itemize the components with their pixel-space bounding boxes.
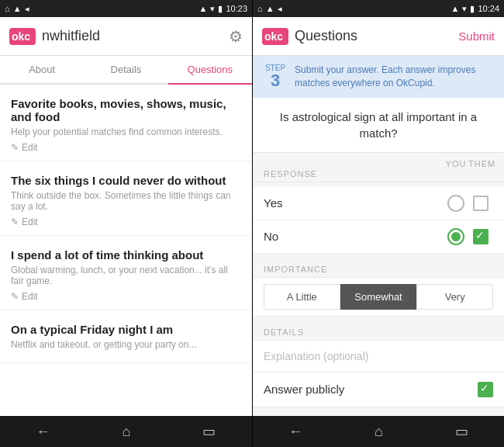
step-number-block: step 3 xyxy=(264,64,287,89)
details-section: DETAILS Explanation (optional) xyxy=(253,321,504,372)
importance-somewhat[interactable]: Somewhat xyxy=(340,284,417,310)
response-section: Yes No xyxy=(253,187,504,254)
answer-public-row: Answer publicly xyxy=(253,372,504,407)
right-home-button[interactable]: ⌂ xyxy=(375,424,383,440)
right-back-button[interactable]: ← xyxy=(288,424,302,440)
tab-details[interactable]: Details xyxy=(84,56,167,85)
answer-public-label: Answer publicly xyxy=(264,383,478,396)
section-six-subtitle: Think outside the box. Sometimes the lit… xyxy=(11,190,241,212)
recent-button[interactable]: ▭ xyxy=(202,423,216,440)
section-time-subtitle: Global warming, lunch, or your next vaca… xyxy=(11,265,241,286)
right-recent-button[interactable]: ▭ xyxy=(455,423,468,440)
left-signal-icon: ▲ xyxy=(199,4,208,13)
right-page-title: Questions xyxy=(288,17,458,56)
radio-yes-empty[interactable] xyxy=(447,195,464,212)
question-text: Is astrological sign at all important in… xyxy=(264,109,493,141)
response-no-them[interactable] xyxy=(468,229,493,244)
left-status-icons: ⌂ ▲ ◂ xyxy=(5,4,29,14)
svg-text:okc: okc xyxy=(12,30,30,43)
pencil-icon-2: ✎ xyxy=(11,217,19,227)
right-screen: ⌂ ▲ ◂ ▲ ▾ ▮ 10:24 okc Questions Submit s… xyxy=(252,0,504,447)
right-nav-bar: ← ⌂ ▭ xyxy=(253,416,504,447)
pencil-icon: ✎ xyxy=(11,142,19,153)
col-them-header: THEM xyxy=(468,159,493,168)
right-battery-icon: ▮ xyxy=(470,4,475,14)
right-location-icon: ◂ xyxy=(278,4,282,14)
section-favorite-title: Favorite books, movies, shows, music, an… xyxy=(11,97,241,123)
back-button[interactable]: ← xyxy=(36,424,50,440)
response-section-header: YOU THEM RESPONSE xyxy=(253,153,504,182)
answer-public-checkbox[interactable] xyxy=(478,382,493,397)
home-icon: ⌂ xyxy=(5,4,10,13)
response-label: RESPONSE xyxy=(264,169,317,178)
left-content: Favorite books, movies, shows, music, an… xyxy=(0,85,252,416)
tab-about[interactable]: About xyxy=(0,56,84,85)
right-content: step 3 Submit your answer. Each answer i… xyxy=(253,56,504,416)
section-six-title: The six things I could never do without xyxy=(11,174,241,187)
checkbox-yes-empty[interactable] xyxy=(473,196,488,211)
details-header: DETAILS xyxy=(253,321,504,341)
step-number: 3 xyxy=(271,72,280,89)
left-header: okc nwhitfield ⚙ xyxy=(0,17,252,56)
phone-icon: ▲ xyxy=(13,4,22,13)
response-yes-them[interactable] xyxy=(468,196,493,211)
tab-questions[interactable]: Questions xyxy=(168,56,252,85)
response-row-no: No xyxy=(253,220,504,254)
right-phone-icon: ▲ xyxy=(266,4,274,13)
right-okc-logo: okc xyxy=(262,28,288,45)
checkbox-no-checked[interactable] xyxy=(473,229,488,244)
section-time-title: I spend a lot of time thinking about xyxy=(11,248,241,262)
radio-no-filled[interactable] xyxy=(447,228,464,245)
left-status-bar: ⌂ ▲ ◂ ▲ ▾ ▮ 10:23 xyxy=(0,0,252,17)
right-time: 10:24 xyxy=(478,4,499,13)
response-no-you[interactable] xyxy=(444,228,468,245)
step-banner: step 3 Submit your answer. Each answer i… xyxy=(253,56,504,98)
okc-logo: okc xyxy=(9,28,36,45)
tabs-bar: About Details Questions xyxy=(0,56,252,85)
username-label: nwhitfield xyxy=(42,28,229,44)
response-row-yes: Yes xyxy=(253,187,504,220)
section-friday-subtitle: Netflix and takeout, or getting your par… xyxy=(11,339,241,350)
left-wifi-icon: ▾ xyxy=(210,4,215,14)
step-description: Submit your answer. Each answer improves… xyxy=(295,64,493,90)
left-time: 10:23 xyxy=(226,4,247,13)
right-signal-icon: ▲ xyxy=(451,4,460,13)
right-wifi-icon: ▾ xyxy=(462,4,467,14)
section-six-things: The six things I could never do without … xyxy=(0,161,252,236)
pencil-icon-3: ✎ xyxy=(11,291,19,302)
right-status-icons: ⌂ ▲ ◂ xyxy=(257,4,282,14)
right-status-bar: ⌂ ▲ ◂ ▲ ▾ ▮ 10:24 xyxy=(253,0,504,17)
home-button[interactable]: ⌂ xyxy=(123,424,131,440)
importance-very[interactable]: Very xyxy=(416,284,493,310)
gear-icon[interactable]: ⚙ xyxy=(229,27,243,46)
left-battery-icon: ▮ xyxy=(218,4,223,14)
response-yes-label: Yes xyxy=(264,196,444,210)
question-area: Is astrological sign at all important in… xyxy=(253,98,504,153)
right-header: okc Questions Submit xyxy=(253,17,504,56)
importance-a-little[interactable]: A Little xyxy=(264,284,340,310)
right-status-right: ▲ ▾ ▮ 10:24 xyxy=(451,4,499,14)
edit-six[interactable]: ✎ Edit xyxy=(11,217,241,227)
edit-time[interactable]: ✎ Edit xyxy=(11,291,241,302)
right-home-icon: ⌂ xyxy=(257,4,263,13)
section-favorite: Favorite books, movies, shows, music, an… xyxy=(0,85,252,161)
response-no-label: No xyxy=(264,230,444,243)
section-favorite-subtitle: Help your potential matches find common … xyxy=(11,126,241,137)
explanation-input[interactable]: Explanation (optional) xyxy=(253,341,504,372)
svg-text:okc: okc xyxy=(264,30,283,43)
edit-favorite[interactable]: ✎ Edit xyxy=(11,142,241,153)
importance-section: IMPORTANCE A Little Somewhat Very xyxy=(253,258,504,317)
section-time-thinking: I spend a lot of time thinking about Glo… xyxy=(0,236,252,310)
response-yes-you[interactable] xyxy=(444,195,468,212)
section-friday-title: On a typical Friday night I am xyxy=(11,323,241,336)
col-you-header: YOU xyxy=(444,159,468,168)
submit-button[interactable]: Submit xyxy=(458,29,495,43)
left-nav-bar: ← ⌂ ▭ xyxy=(0,416,252,447)
section-friday: On a typical Friday night I am Netflix a… xyxy=(0,310,252,363)
location-icon: ◂ xyxy=(25,4,29,14)
left-screen: ⌂ ▲ ◂ ▲ ▾ ▮ 10:23 okc nwhitfield ⚙ About… xyxy=(0,0,252,447)
left-status-right: ▲ ▾ ▮ 10:23 xyxy=(199,4,247,14)
importance-buttons: A Little Somewhat Very xyxy=(253,278,504,317)
importance-header: IMPORTANCE xyxy=(253,258,504,278)
